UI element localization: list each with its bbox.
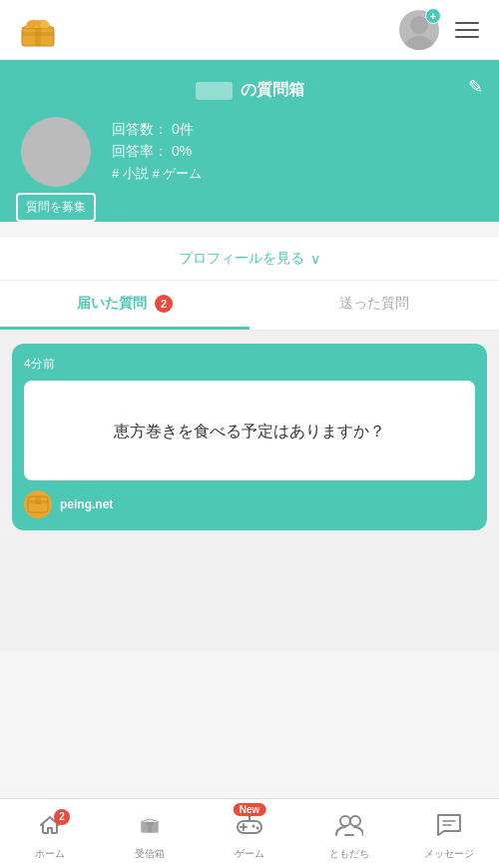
tab-received-label: 届いた質問 bbox=[77, 295, 147, 311]
answer-rate-row: 回答率： 0% bbox=[112, 143, 483, 161]
received-badge: 2 bbox=[155, 295, 173, 313]
chevron-down-icon: ∨ bbox=[310, 251, 320, 267]
nav-item-game[interactable]: New ゲーム bbox=[200, 799, 299, 868]
user-avatar-button[interactable]: + bbox=[399, 10, 439, 50]
profile-body: 質問を募集 回答数： 0件 回答率： 0% # 小説 # ゲーム bbox=[16, 117, 483, 222]
tabs-container: 届いた質問 2 送った質問 bbox=[0, 281, 499, 332]
svg-rect-14 bbox=[147, 821, 154, 824]
add-avatar-badge: + bbox=[425, 8, 441, 24]
game-label: ゲーム bbox=[235, 847, 264, 861]
tab-sent-label: 送った質問 bbox=[339, 295, 409, 311]
svg-point-19 bbox=[252, 824, 255, 827]
svg-point-20 bbox=[256, 826, 259, 829]
game-icon: New bbox=[236, 813, 263, 843]
recruit-button[interactable]: 質問を募集 bbox=[16, 193, 96, 222]
card-inner: 恵方巻きを食べる予定はありますか？ bbox=[24, 381, 475, 480]
edit-icon[interactable]: ✎ bbox=[468, 76, 483, 98]
profile-avatar-wrap: 質問を募集 bbox=[16, 117, 96, 222]
profile-link-bar[interactable]: プロフィールを見る ∨ bbox=[0, 238, 499, 281]
svg-rect-12 bbox=[28, 500, 48, 503]
profile-stats: 回答数： 0件 回答率： 0% # 小説 # ゲーム bbox=[112, 117, 483, 183]
header-right: + bbox=[399, 10, 483, 50]
nav-item-friends[interactable]: ともだち bbox=[299, 799, 399, 868]
svg-point-23 bbox=[350, 816, 360, 826]
header: + bbox=[0, 0, 499, 60]
new-badge: New bbox=[234, 803, 266, 816]
profile-title: ■■■ の質問箱 bbox=[16, 80, 483, 101]
app-logo[interactable] bbox=[16, 8, 60, 52]
question-text: 恵方巻きを食べる予定はありますか？ bbox=[114, 419, 385, 444]
svg-point-22 bbox=[340, 816, 350, 826]
question-card: 4分前 恵方巻きを食べる予定はありますか？ peing.net bbox=[12, 344, 487, 530]
answer-count-row: 回答数： 0件 bbox=[112, 121, 483, 139]
inbox-icon bbox=[138, 813, 162, 843]
bottom-nav: 2 ホーム 受信箱 New bbox=[0, 798, 499, 868]
home-icon: 2 bbox=[38, 813, 62, 843]
hamburger-menu[interactable] bbox=[451, 18, 483, 42]
profile-avatar bbox=[21, 117, 91, 187]
svg-point-7 bbox=[405, 36, 433, 50]
nav-item-inbox[interactable]: 受信箱 bbox=[100, 799, 200, 868]
answer-count-value: 0件 bbox=[172, 121, 194, 137]
home-label: ホーム bbox=[35, 847, 65, 861]
svg-point-5 bbox=[35, 20, 41, 26]
card-time: 4分前 bbox=[24, 356, 475, 373]
nav-item-message[interactable]: メッセージ bbox=[399, 799, 499, 868]
card-footer: peing.net bbox=[24, 490, 475, 518]
answer-count-label: 回答数： bbox=[112, 121, 168, 137]
message-label: メッセージ bbox=[424, 847, 474, 861]
tab-sent[interactable]: 送った質問 bbox=[250, 281, 499, 330]
nav-item-home[interactable]: 2 ホーム bbox=[0, 799, 100, 868]
title-suffix: の質問箱 bbox=[241, 80, 304, 101]
svg-point-9 bbox=[32, 166, 80, 187]
svg-rect-15 bbox=[148, 825, 152, 833]
profile-tags: # 小説 # ゲーム bbox=[112, 165, 483, 183]
answer-rate-label: 回答率： bbox=[112, 143, 168, 159]
content-area: 4分前 恵方巻きを食べる予定はありますか？ peing.net bbox=[0, 332, 499, 651]
friends-icon bbox=[335, 813, 363, 843]
friends-label: ともだち bbox=[329, 847, 369, 861]
username-blur: ■■■ bbox=[196, 82, 233, 100]
svg-rect-2 bbox=[35, 28, 41, 46]
profile-section: ■■■ の質問箱 ✎ 質問を募集 回答数： 0件 回答率： 0% # 小説 # … bbox=[0, 60, 499, 222]
inbox-label: 受信箱 bbox=[135, 847, 165, 861]
tab-received[interactable]: 届いた質問 2 bbox=[0, 281, 250, 330]
message-icon bbox=[436, 813, 462, 843]
profile-link-text: プロフィールを見る bbox=[179, 250, 304, 268]
answer-rate-value: 0% bbox=[172, 143, 192, 159]
svg-point-8 bbox=[40, 129, 72, 161]
peing-icon bbox=[24, 490, 52, 518]
peing-label: peing.net bbox=[60, 497, 113, 511]
home-badge: 2 bbox=[54, 809, 70, 825]
